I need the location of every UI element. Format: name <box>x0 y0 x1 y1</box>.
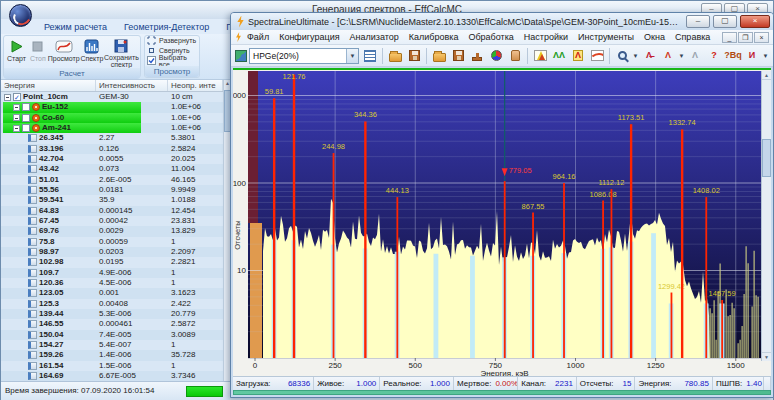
spectrum-view-icon[interactable] <box>531 47 549 65</box>
menu-9[interactable]: Справка <box>670 32 715 42</box>
save-icon[interactable] <box>449 47 467 65</box>
expand-all-button[interactable]: Развернуть <box>145 36 199 46</box>
save-spectrum-icon[interactable] <box>405 47 423 65</box>
expand-toggle[interactable] <box>4 94 11 101</box>
table-row[interactable]: 67.450.0004223.831 <box>1 216 223 226</box>
menu-5[interactable]: Обработка <box>463 32 518 42</box>
table-row[interactable]: 146.550.0004612.5872 <box>1 319 223 329</box>
toolbar-separator <box>426 48 427 64</box>
expand-toggle[interactable] <box>13 104 20 111</box>
menu-2[interactable]: Конфигурация <box>274 32 344 42</box>
menu-8[interactable]: Окна <box>639 32 670 42</box>
table-row[interactable]: 120.364.5E-0061 <box>1 278 223 288</box>
menu-6[interactable]: Настройки <box>519 32 573 42</box>
table-row[interactable]: 43.420.07311.004 <box>1 164 223 174</box>
row-checkbox[interactable]: ✓ <box>13 93 21 101</box>
table-row[interactable]: 69.760.002913.829 <box>1 226 223 236</box>
peak-search-icon[interactable]: ΛΛ <box>550 47 568 65</box>
hand-tool-icon[interactable] <box>506 47 524 65</box>
nuclide-library-icon[interactable] <box>487 47 505 65</box>
detector-props-icon[interactable] <box>361 47 379 65</box>
sp-minimize-button[interactable]: – <box>686 15 710 28</box>
svg-text:1086.08: 1086.08 <box>590 190 617 199</box>
table-row[interactable]: 159.261.4E-00635.728 <box>1 350 223 360</box>
table-row[interactable]: Co-601.0E+06 <box>1 113 223 123</box>
print-icon[interactable] <box>468 47 486 65</box>
identify-icon[interactable]: ? <box>705 47 723 65</box>
plot-scrollbar-thumb[interactable] <box>762 139 771 177</box>
chevron-down-icon[interactable]: ▼ <box>346 49 358 63</box>
expand-toggle[interactable] <box>13 125 20 132</box>
table-row[interactable]: Am-2411.0E+06 <box>1 123 223 133</box>
start-button[interactable]: Старт <box>5 37 28 68</box>
peak-smooth-icon[interactable]: Λ <box>686 47 704 65</box>
table-row[interactable]: 102.980.01952.2821 <box>1 257 223 267</box>
column-intensity[interactable]: Интенсивность <box>96 80 168 91</box>
table-row[interactable]: 64.830.00014512.454 <box>1 206 223 216</box>
detector-select-icon[interactable] <box>235 50 247 62</box>
peak-fit-icon[interactable]: Λ <box>569 47 587 65</box>
tab-rezhim-rascheta[interactable]: Режим расчета <box>37 21 114 34</box>
efficiency-curve-icon[interactable] <box>588 47 606 65</box>
sp-maximize-button[interactable]: ▢ <box>713 15 737 28</box>
menu-7[interactable]: Инструменты <box>573 32 639 42</box>
mdi-restore-button[interactable]: ❐ <box>738 32 753 43</box>
table-row[interactable]: 109.74.9E-0061 <box>1 268 223 278</box>
scroll-down-arrow[interactable]: ▼ <box>762 352 771 361</box>
table-row[interactable]: 33.1960.1262.5824 <box>1 144 223 154</box>
svg-text:59.81: 59.81 <box>265 87 284 96</box>
row-checkbox[interactable] <box>22 124 30 132</box>
table-row[interactable]: 161.541.5E-0061 <box>1 361 223 371</box>
preview-button[interactable]: Просмотр <box>48 37 80 68</box>
spectrum-button[interactable]: Спектр <box>80 37 104 68</box>
table-row[interactable]: 75.80.000591 <box>1 237 223 247</box>
row-checkbox[interactable] <box>22 103 30 111</box>
status-segment: Канал:2231 <box>518 377 577 390</box>
spectraline-statusbar: Загрузка:68336Живое:1.000Реальное:1.000М… <box>233 376 771 390</box>
mdi-close-button[interactable]: × <box>754 32 769 43</box>
nuclide-marks-icon[interactable]: И <box>743 47 761 65</box>
table-row[interactable]: 123.050.0013.1623 <box>1 288 223 298</box>
sp-close-button[interactable]: × <box>740 15 770 28</box>
menu-3[interactable]: Анализатор <box>345 32 404 42</box>
plot-scrollbar[interactable]: ▲ ▼ <box>761 71 771 361</box>
app-logo-icon[interactable] <box>9 4 32 27</box>
chevron-down-icon[interactable]: ▼ <box>632 53 639 59</box>
table-row[interactable]: 26.3452.275.3801 <box>1 133 223 143</box>
menu-1[interactable]: Файл <box>242 32 274 42</box>
table-row[interactable]: 42.7040.005520.025 <box>1 154 223 164</box>
select-all-button[interactable]: Выбрать все <box>145 55 199 66</box>
row-checkbox[interactable] <box>22 114 30 122</box>
tab-geometriya-detektor[interactable]: Геометрия-Детектор <box>117 21 216 34</box>
table-row[interactable]: 55.560.01819.9949 <box>1 185 223 195</box>
zoom-icon[interactable] <box>613 47 631 65</box>
peak-delete-icon[interactable]: Λ̶ <box>640 47 658 65</box>
spectraline-titlebar[interactable]: SpectraLineUltimate - [C:\LSRM\NuclideMa… <box>231 13 773 30</box>
detector-combo[interactable]: HPGe(20%) ▼ <box>249 48 359 64</box>
mdi-minimize-button[interactable]: _ <box>722 32 737 43</box>
peak-add-icon[interactable]: Λ <box>659 47 677 65</box>
column-energy[interactable]: Энергия <box>1 80 96 91</box>
table-row[interactable]: 59.54135.91.0188 <box>1 195 223 205</box>
chevron-down-icon[interactable]: ▼ <box>762 53 769 59</box>
spectrum-chart[interactable]: 59.81121.76244.98344.36444.13779.05867.5… <box>233 70 773 376</box>
column-uncertainty[interactable]: Неопр. инте <box>168 80 223 91</box>
scroll-up-arrow[interactable]: ▲ <box>762 71 771 80</box>
table-row[interactable]: ✓Point_10cmGEM-3010 cm <box>1 92 223 102</box>
table-row[interactable]: 125.30.004082.422 <box>1 299 223 309</box>
table-row[interactable]: 139.445.3E-00620.779 <box>1 309 223 319</box>
chevron-down-icon[interactable]: ▼ <box>678 53 685 59</box>
table-row[interactable]: 98.970.02032.2097 <box>1 247 223 257</box>
table-row[interactable]: 154.275.4E-0071 <box>1 340 223 350</box>
table-row[interactable]: 150.047.4E-0053.0089 <box>1 330 223 340</box>
status-segment: Мертвое:0.00% <box>454 377 518 390</box>
table-row[interactable]: Eu-1521.0E+06 <box>1 102 223 112</box>
table-row[interactable]: 164.696.67E-0053.7346 <box>1 371 223 381</box>
open-spectrum-icon[interactable] <box>386 47 404 65</box>
open-folder-icon[interactable] <box>430 47 448 65</box>
activity-icon[interactable]: ?Bq <box>724 47 742 65</box>
menu-4[interactable]: Калибровка <box>404 32 464 42</box>
expand-toggle[interactable] <box>13 114 20 121</box>
save-spectrum-button[interactable]: Сохранить спектр <box>104 37 139 68</box>
table-row[interactable]: 51.012.6E-00546.165 <box>1 175 223 185</box>
